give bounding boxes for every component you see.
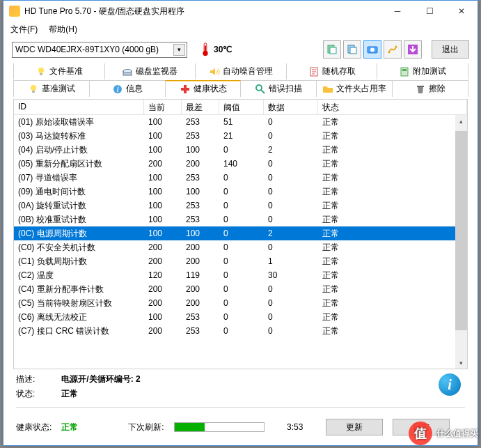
cell-worst: 100: [182, 187, 219, 196]
footer: 健康状态: 正常 下次刷新: 3:53 更新 日志: [16, 407, 465, 435]
cell-id: (04) 启动/停止计数: [14, 144, 144, 156]
progress-bar: [174, 422, 265, 432]
table-row[interactable]: (0C) 电源周期计数10010002正常: [14, 226, 467, 240]
info-button[interactable]: i: [439, 373, 461, 396]
table-row[interactable]: (01) 原始读取错误率100253510正常: [14, 115, 467, 129]
cell-status: 正常: [318, 116, 467, 128]
drive-select[interactable]: WDC WD40EJRX-89T1XY0 (4000 gB) ▾: [12, 42, 187, 58]
cell-current: 200: [144, 159, 182, 169]
cell-worst: 200: [182, 242, 219, 252]
description-panel: 描述: 状态: 电源开/关循环编号: 2 正常 i: [16, 373, 465, 401]
tab-folder-usage[interactable]: 文件夹占用率: [316, 80, 393, 97]
cell-status: 正常: [318, 311, 467, 323]
scrollbar-thumb[interactable]: [455, 131, 467, 330]
col-header-data[interactable]: 数据: [264, 100, 318, 114]
table-row[interactable]: (04) 启动/停止计数10010002正常: [14, 143, 467, 157]
col-header-threshold[interactable]: 阈值: [219, 100, 264, 114]
cell-data: 0: [264, 187, 318, 196]
cell-threshold: 140: [219, 159, 264, 169]
screenshot-button[interactable]: [363, 40, 381, 59]
table-row[interactable]: (03) 马达旋转标准100253210正常: [14, 129, 467, 143]
col-header-worst[interactable]: 最差: [182, 100, 219, 114]
cell-current: 100: [144, 145, 182, 155]
tab-extra-tests[interactable]: 附加测试: [377, 63, 468, 79]
tab-disk-monitor[interactable]: 磁盘监视器: [104, 63, 196, 79]
svg-text:i: i: [116, 84, 118, 94]
tab-aam[interactable]: 自动噪音管理: [195, 63, 287, 79]
svg-rect-4: [330, 47, 336, 54]
tab-erase[interactable]: 擦除: [392, 80, 468, 97]
svg-point-8: [370, 48, 374, 52]
table-row[interactable]: (07) 寻道错误率10025300正常: [14, 171, 467, 185]
tab-random-access[interactable]: 随机存取: [286, 63, 378, 79]
exit-button[interactable]: 退出: [432, 40, 469, 59]
tab-error-scan[interactable]: 错误扫描: [240, 80, 317, 97]
table-row[interactable]: (C4) 重新分配事件计数20020000正常: [14, 282, 467, 296]
table-body: (01) 原始读取错误率100253510正常(03) 马达旋转标准100253…: [14, 115, 467, 367]
cell-threshold: 0: [219, 215, 264, 224]
copy-info-button[interactable]: [323, 40, 341, 59]
trash-icon: [415, 84, 426, 95]
maximize-button[interactable]: ☐: [413, 1, 445, 22]
table-row[interactable]: (C0) 不安全关机计数20020000正常: [14, 240, 467, 254]
cell-worst: 253: [182, 131, 219, 141]
options-button[interactable]: [384, 40, 402, 59]
table-row[interactable]: (C7) 接口 CRC 错误计数20025300正常: [14, 324, 467, 338]
cell-status: 正常: [318, 256, 467, 268]
menu-file[interactable]: 文件(F): [10, 24, 38, 36]
scrollbar[interactable]: ▴ ▾: [455, 115, 467, 369]
desc-label: 描述:: [16, 373, 35, 385]
cell-worst: 119: [182, 270, 219, 280]
table-row[interactable]: (05) 重新分配扇区计数2002001400正常: [14, 157, 467, 171]
thermometer-icon: [200, 42, 211, 57]
table-row[interactable]: (C1) 负载周期计数20020001正常: [14, 254, 467, 268]
svg-rect-13: [40, 73, 42, 75]
col-header-id[interactable]: ID: [14, 100, 144, 114]
cell-threshold: 0: [219, 187, 264, 196]
cell-current: 200: [144, 242, 182, 252]
tab-file-benchmark[interactable]: 文件基准: [13, 63, 105, 79]
table-row[interactable]: (C5) 当前待映射扇区计数20020000正常: [14, 296, 467, 310]
table-row[interactable]: (C6) 离线无法校正10025300正常: [14, 310, 467, 324]
copy-screenshot-button[interactable]: [343, 40, 361, 59]
cell-current: 200: [144, 326, 182, 336]
cell-threshold: 0: [219, 145, 264, 155]
tab-info[interactable]: i信息: [89, 80, 166, 97]
col-header-current[interactable]: 当前: [144, 100, 182, 114]
table-row[interactable]: (0A) 旋转重试计数10025300正常: [14, 199, 467, 213]
tab-benchmark[interactable]: 基准测试: [13, 80, 90, 97]
scroll-up-button[interactable]: ▴: [455, 115, 467, 127]
titlebar[interactable]: HD Tune Pro 5.70 - 硬盘/固态硬盘实用程序 ─ ☐ ✕: [3, 1, 478, 22]
watermark-logo: 值: [409, 422, 432, 445]
menu-help[interactable]: 帮助(H): [49, 24, 77, 36]
table-row[interactable]: (09) 通电时间计数10010000正常: [14, 185, 467, 199]
refresh-button[interactable]: 更新: [326, 419, 383, 435]
cell-threshold: 0: [219, 201, 264, 210]
close-button[interactable]: ✕: [445, 1, 478, 22]
scroll-down-button[interactable]: ▾: [455, 357, 467, 369]
save-button[interactable]: [404, 40, 422, 59]
minimize-button[interactable]: ─: [381, 1, 413, 22]
cell-id: (05) 重新分配扇区计数: [14, 158, 144, 170]
cell-id: (C1) 负载周期计数: [14, 256, 144, 268]
cell-id: (0A) 旋转重试计数: [14, 200, 144, 212]
cell-current: 120: [144, 270, 182, 280]
tab-health[interactable]: 健康状态: [165, 80, 242, 97]
cell-status: 正常: [318, 325, 467, 337]
col-header-status[interactable]: 状态: [318, 100, 467, 114]
cell-threshold: 51: [219, 117, 264, 127]
cell-status: 正常: [318, 158, 467, 170]
table-row[interactable]: (C2) 温度120119030正常: [14, 268, 467, 282]
svg-rect-17: [401, 68, 408, 76]
search-icon: [255, 84, 266, 95]
cell-data: 0: [264, 284, 318, 294]
cell-threshold: 0: [219, 256, 264, 266]
cell-status: 正常: [318, 228, 467, 240]
health-cross-icon: [180, 84, 191, 95]
progress-fill: [175, 423, 205, 431]
info-icon: i: [112, 84, 123, 95]
chevron-down-icon[interactable]: ▾: [173, 44, 185, 56]
cell-worst: 200: [182, 256, 219, 266]
app-window: HD Tune Pro 5.70 - 硬盘/固态硬盘实用程序 ─ ☐ ✕ 文件(…: [3, 0, 478, 446]
table-row[interactable]: (0B) 校准重试计数10025300正常: [14, 213, 467, 226]
